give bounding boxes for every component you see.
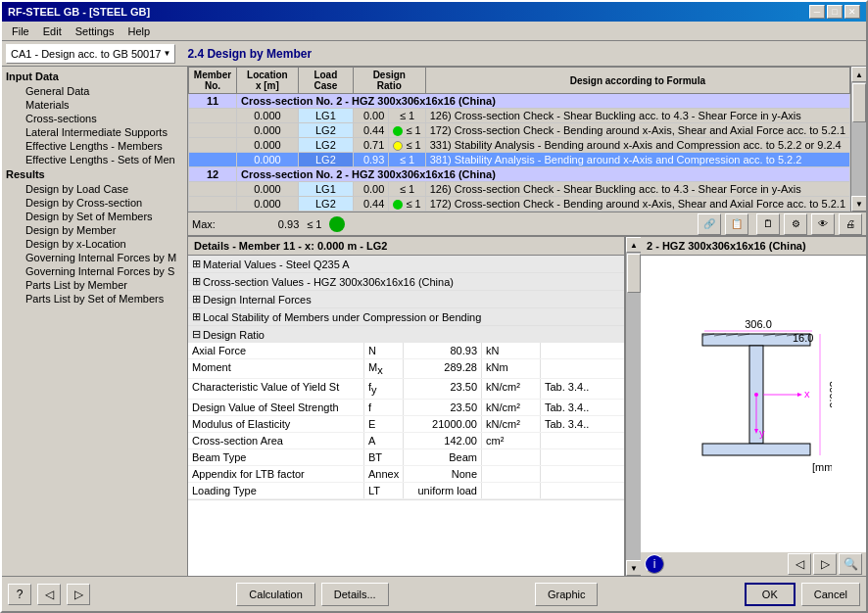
detail-value-yield: 23.50 [404, 379, 482, 398]
detail-unit-area: cm² [482, 433, 541, 448]
table-row[interactable]: 0.000 LG1 0.00 ≤ 1 126) Cross-section Ch… [189, 109, 850, 123]
minimize-button[interactable]: ─ [809, 5, 825, 19]
table-row[interactable]: 11 Cross-section No. 2 - HGZ 300x306x16x… [189, 94, 850, 109]
toolbar-btn-3[interactable]: 🗒 [756, 213, 780, 235]
maximize-button[interactable]: □ [827, 5, 843, 19]
detail-label-beam-type: Beam Type [188, 449, 364, 465]
sidebar-item-parts-list-member[interactable]: Parts List by Member [2, 278, 187, 292]
toolbar-btn-5[interactable]: 👁 [811, 213, 835, 235]
header-member-no: MemberNo. [189, 68, 237, 94]
detail-unit-ltb [482, 466, 541, 482]
sidebar-item-eff-lengths-members[interactable]: Effective Lengths - Members [2, 139, 187, 153]
collapse-icon: ⊞ [192, 258, 201, 270]
table-row[interactable]: 0.000 LG1 0.00 ≤ 1 126) Cross-section Ch… [189, 182, 850, 197]
detail-label-strength: Design Value of Steel Strength [188, 400, 364, 415]
detail-group-ratio-header[interactable]: ⊟ Design Ratio [188, 326, 624, 343]
window-title: RF-STEEL GB - [STEEL GB] [8, 6, 150, 18]
sidebar-item-design-member[interactable]: Design by Member [2, 223, 187, 237]
toolbar-btn-1[interactable]: 🔗 [698, 213, 721, 235]
detail-group-material-header[interactable]: ⊞ Material Values - Steel Q235 A [188, 256, 624, 272]
collapse-icon-4: ⊞ [192, 310, 201, 323]
svg-text:x: x [804, 388, 810, 400]
sidebar-item-cross-sections[interactable]: Cross-sections [2, 112, 187, 125]
detail-symbol-moment: Mx [364, 359, 404, 378]
detail-row-loading-type: Loading Type LT uniform load [188, 483, 624, 499]
detail-group-stability-header[interactable]: ⊞ Local Stability of Members under Compr… [188, 308, 624, 325]
calculation-button[interactable]: Calculation [236, 583, 314, 606]
detail-group-cross-section: ⊞ Cross-section Values - HGZ 300x306x16x… [188, 273, 624, 291]
details-scroll-thumb[interactable] [627, 254, 641, 293]
nav-btn-3[interactable]: ▷ [67, 584, 90, 605]
sidebar-item-materials[interactable]: Materials [2, 98, 187, 112]
sidebar-item-design-load-case[interactable]: Design by Load Case [2, 182, 187, 196]
toolbar-btn-4[interactable]: ⚙ [784, 213, 807, 235]
detail-symbol-elasticity: E [364, 416, 404, 432]
detail-group-cs-header[interactable]: ⊞ Cross-section Values - HGZ 300x306x16x… [188, 273, 624, 290]
nav-btn-1[interactable]: ? [8, 584, 31, 605]
table-scrollbar[interactable]: ▲ ▼ [850, 67, 866, 212]
menu-edit[interactable]: Edit [37, 24, 68, 38]
close-button[interactable]: ✕ [844, 5, 860, 19]
graphic-button[interactable]: Graphic [535, 583, 599, 606]
details-scroll-up[interactable]: ▲ [626, 237, 642, 253]
max-bar: Max: 0.93 ≤ 1 🔗 📋 🗒 ⚙ 👁 🖨 [188, 212, 866, 235]
sidebar-item-design-x-location[interactable]: Design by x-Location [2, 237, 187, 251]
cs-btn-1[interactable]: ◁ [788, 553, 811, 575]
cancel-button[interactable]: Cancel [801, 583, 860, 606]
detail-label-elasticity: Modulus of Elasticity [188, 416, 364, 432]
ok-button[interactable]: OK [745, 583, 796, 606]
nav-btn-2[interactable]: ◁ [37, 584, 61, 605]
details-panel: Details - Member 11 - x: 0.000 m - LG2 ⊞… [188, 237, 625, 576]
detail-value-strength: 23.50 [404, 400, 482, 415]
scroll-up-button[interactable]: ▲ [851, 67, 866, 82]
table-container: MemberNo. Locationx [m] LoadCase DesignR… [188, 67, 866, 237]
sidebar-item-governing-forces-m[interactable]: Governing Internal Forces by M [2, 251, 187, 264]
toolbar-btn-6[interactable]: 🖨 [839, 213, 862, 235]
details-content[interactable]: ⊞ Material Values - Steel Q235 A ⊞ Cross… [188, 256, 624, 576]
table-row[interactable]: 0.000 LG2 0.71 ≤ 1 331) Stability Analys… [189, 138, 850, 153]
sidebar-item-eff-lengths-sets[interactable]: Effective Lengths - Sets of Men [2, 153, 187, 166]
sidebar-item-design-set-members[interactable]: Design by Set of Members [2, 210, 187, 223]
details-scrollbar[interactable]: ▲ ▼ [625, 237, 641, 576]
svg-text:y: y [759, 427, 765, 439]
details-title: Details - Member 11 - x: 0.000 m - LG2 [188, 237, 624, 256]
detail-ref-yield: Tab. 3.4.. [541, 379, 624, 398]
table-row[interactable]: 0.000 LG2 0.93 ≤ 1 381) Stability Analys… [189, 153, 850, 167]
scroll-down-button[interactable]: ▼ [851, 196, 866, 212]
table-row[interactable]: 0.000 LG2 0.44 ≤ 1 172) Cross-section Ch… [189, 197, 850, 212]
details-scroll-down[interactable]: ▼ [626, 560, 642, 576]
design-case-dropdown[interactable]: CA1 - Design acc. to GB 50017 ▼ [6, 44, 175, 64]
sidebar-item-governing-forces-s[interactable]: Governing Internal Forces by S [2, 264, 187, 278]
menu-file[interactable]: File [6, 24, 35, 38]
cs-btn-3[interactable]: 🔍 [839, 553, 862, 575]
table-row[interactable]: 12 Cross-section No. 2 - HGZ 300x306x16x… [189, 167, 850, 182]
table-row[interactable]: 0.000 LG2 0.44 ≤ 1 172) Cross-section Ch… [189, 123, 850, 138]
cs-btn-2[interactable]: ▷ [813, 553, 837, 575]
detail-label-area: Cross-section Area [188, 433, 364, 448]
header-design-ratio: DesignRatio [353, 68, 425, 94]
detail-value-loading-type: uniform load [404, 483, 482, 498]
menu-help[interactable]: Help [121, 24, 156, 38]
sidebar-item-lateral-supports[interactable]: Lateral Intermediate Supports [2, 125, 187, 139]
detail-value-ltb: None [404, 466, 482, 482]
details-button[interactable]: Details... [321, 583, 389, 606]
scroll-thumb[interactable] [852, 83, 866, 122]
toolbar-btn-2[interactable]: 📋 [725, 213, 748, 235]
menu-settings[interactable]: Settings [70, 24, 121, 38]
dropdown-value: CA1 - Design acc. to GB 50017 [11, 48, 161, 60]
sidebar-item-general-data[interactable]: General Data [2, 84, 187, 98]
section-title: 2.4 Design by Member [187, 47, 312, 61]
title-controls: ─ □ ✕ [809, 5, 860, 19]
sidebar-item-parts-list-set[interactable]: Parts List by Set of Members [2, 292, 187, 306]
detail-group-forces-header[interactable]: ⊞ Design Internal Forces [188, 291, 624, 307]
group-label-material: Material Values - Steel Q235 A [203, 259, 350, 270]
detail-row-steel-strength: Design Value of Steel Strength f 23.50 k… [188, 400, 624, 416]
svg-text:16.0: 16.0 [793, 332, 813, 344]
detail-ref-strength: Tab. 3.4.. [541, 400, 624, 415]
cs-info-btn[interactable]: i [645, 554, 664, 574]
table-scroll[interactable]: MemberNo. Locationx [m] LoadCase DesignR… [188, 67, 850, 212]
sidebar-item-design-cross-section[interactable]: Design by Cross-section [2, 196, 187, 210]
menu-bar: File Edit Settings Help [2, 22, 866, 41]
detail-value-area: 142.00 [404, 433, 482, 448]
detail-unit-beam-type [482, 449, 541, 465]
